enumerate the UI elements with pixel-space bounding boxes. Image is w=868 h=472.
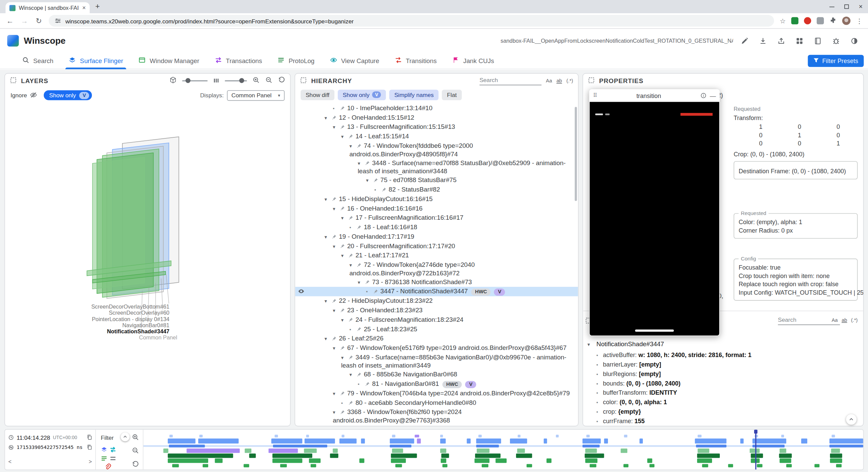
timeline-event-segment[interactable] (516, 453, 532, 458)
timeline-event-segment[interactable] (341, 435, 344, 437)
timeline-event-segment[interactable] (339, 438, 356, 444)
tree-node[interactable]: •25 - Leaf:18:23#25 (295, 324, 578, 334)
timeline-event-segment[interactable] (243, 464, 249, 467)
timeline-event-segment[interactable] (169, 445, 204, 447)
timeline-event-segment[interactable] (830, 458, 842, 463)
pin-icon[interactable] (373, 177, 380, 184)
expand-arrow-icon[interactable]: ▾ (341, 316, 348, 324)
timeline-event-segment[interactable] (752, 438, 786, 444)
timeline-event-segment[interactable] (168, 453, 233, 458)
browser-tab[interactable]: Winscope | sandbox-FAI... × (5, 2, 90, 14)
tree-node[interactable]: ▾3449 - Surface(name=885b63e NavigationB… (295, 353, 578, 370)
pin-icon[interactable] (357, 224, 364, 232)
pin-icon[interactable] (340, 242, 347, 250)
properties-search-input[interactable]: Search (778, 316, 840, 325)
extension-green-icon[interactable] (791, 17, 798, 24)
rotation-3d-icon[interactable] (170, 76, 177, 86)
timeline-event-segment[interactable] (624, 435, 627, 437)
tree-node[interactable]: ▾17 - FullscreenMagnification:16:16#17 (295, 213, 578, 223)
timeline-event-segment[interactable] (309, 458, 320, 463)
timeline-event-segment[interactable] (274, 435, 278, 437)
copy-time-icon[interactable] (86, 432, 93, 442)
expand-arrow-icon[interactable]: ▾ (358, 278, 365, 286)
timeline-event-segment[interactable] (249, 453, 256, 458)
reset-view-icon[interactable] (278, 76, 285, 86)
timeline-event-segment[interactable] (310, 464, 316, 467)
expand-arrow-icon[interactable]: ▾ (324, 335, 332, 343)
timeline-event-segment[interactable] (604, 438, 608, 444)
filter-button-simplify-names[interactable]: Simplify names (389, 90, 439, 100)
scroll-left-icon[interactable]: < (8, 458, 12, 465)
match-case-icon[interactable]: Aa (832, 317, 838, 323)
collapse-filter-button[interactable] (121, 432, 130, 441)
expand-arrow-icon[interactable]: ▾ (324, 297, 332, 305)
timeline-event-segment[interactable] (830, 453, 842, 458)
timeline-event-segment[interactable] (467, 438, 471, 444)
tree-node[interactable]: ▾72 - WindowToken{a2746de type=2040 andr… (295, 260, 578, 278)
layer-label[interactable]: ScreenDecorOverlay#60 (109, 310, 170, 316)
match-word-icon[interactable]: ab (842, 317, 847, 323)
expand-timeline-button[interactable] (846, 414, 856, 425)
expand-arrow-icon[interactable]: ▾ (341, 133, 348, 141)
timeline-event-segment[interactable] (440, 449, 447, 453)
pin-icon[interactable] (357, 261, 364, 269)
timeline-event-segment[interactable] (583, 445, 600, 447)
timeline-event-segment[interactable] (649, 464, 654, 467)
timeline-event-segment[interactable] (697, 458, 712, 463)
property-row[interactable]: •blurRegions: [empty] (583, 369, 863, 379)
expand-arrow-icon[interactable]: ▾ (349, 142, 356, 150)
timeline-event-segment[interactable] (518, 435, 520, 437)
pin-icon[interactable] (332, 297, 339, 305)
tree-node[interactable]: •3369 - 67726bf EdgeBackGestureHandler0#… (295, 425, 578, 426)
layer-label[interactable]: Common Panel (139, 334, 177, 340)
timeline-event-segment[interactable] (476, 445, 499, 447)
tree-node[interactable]: ▾75 - ed70f88 StatusBar#75 (295, 176, 578, 185)
drag-handle-icon[interactable]: ⠿ (593, 93, 597, 99)
timeline-event-segment[interactable] (786, 464, 792, 467)
expand-arrow-icon[interactable]: ▾ (358, 159, 365, 167)
tree-node[interactable]: ▾79 - WindowToken{7046b4a type=2024 andr… (295, 389, 578, 398)
tree-node[interactable]: ▾20 - FullscreenMagnification:17:17#20 (295, 241, 578, 251)
extensions-puzzle-icon[interactable] (829, 16, 836, 26)
property-row[interactable]: •crop: {empty} (583, 407, 863, 416)
url-bar[interactable]: winscope.teams.x20web.corp.google.com/pr… (49, 15, 774, 26)
tree-node[interactable]: •81 - NavigationBar0#81HWCV (295, 379, 578, 389)
timeline-event-segment[interactable] (474, 458, 490, 463)
tree-node[interactable]: ▾22 - HideDisplayCutout:18:23#22 (295, 296, 578, 306)
expand-arrow-icon[interactable]: ▾ (333, 205, 340, 213)
timeline-event-segment[interactable] (417, 438, 421, 444)
tree-node[interactable]: ▾3368 - WindowToken{f6b2f60 type=2024 an… (295, 408, 578, 425)
shortcuts-icon[interactable] (793, 34, 806, 47)
timeline-event-segment[interactable] (440, 435, 443, 437)
timeline-event-segment[interactable] (202, 464, 208, 467)
window-close-button[interactable]: × (859, 3, 863, 11)
timeline-event-segment[interactable] (544, 438, 547, 444)
pin-icon[interactable] (381, 186, 389, 194)
expand-arrow-icon[interactable]: ▾ (333, 409, 340, 416)
tree-node[interactable]: ▾13 - FullscreenMagnification:15:15#13 (295, 122, 578, 132)
rotation-slider[interactable] (182, 80, 208, 81)
filter-sf-icon[interactable] (101, 445, 107, 452)
timeline-canvas[interactable] (143, 430, 863, 470)
timeline-scrollbar[interactable]: < > (5, 457, 95, 469)
pin-icon[interactable] (348, 133, 355, 141)
timeline-event-segment[interactable] (200, 435, 202, 437)
reload-button[interactable]: ↻ (34, 17, 43, 25)
property-row[interactable]: •barrierLayer: [empty] (583, 360, 863, 369)
layer-label[interactable]: NavigationBar0#81 (122, 322, 170, 328)
tab-search[interactable]: Search (14, 52, 61, 69)
timeline-event-segment[interactable] (801, 438, 807, 444)
docs-icon[interactable] (811, 34, 824, 47)
timeline-event-segment[interactable] (814, 464, 819, 467)
timeline-event-segment[interactable] (168, 438, 195, 444)
upload-icon[interactable] (775, 34, 788, 47)
timeline-event-segment[interactable] (757, 464, 763, 467)
timeline-event-segment[interactable] (779, 453, 792, 458)
tab-transactions[interactable]: Transactions (207, 52, 270, 69)
tree-node[interactable]: ▾12 - OneHanded:15:15#12 (295, 113, 578, 122)
timeline-event-segment[interactable] (392, 449, 403, 453)
pin-icon[interactable] (365, 380, 372, 388)
copy-ns-icon[interactable] (86, 442, 93, 452)
tree-node[interactable]: ▾15 - HideDisplayCutout:16:16#15 (295, 194, 578, 204)
pin-icon[interactable] (348, 252, 355, 260)
